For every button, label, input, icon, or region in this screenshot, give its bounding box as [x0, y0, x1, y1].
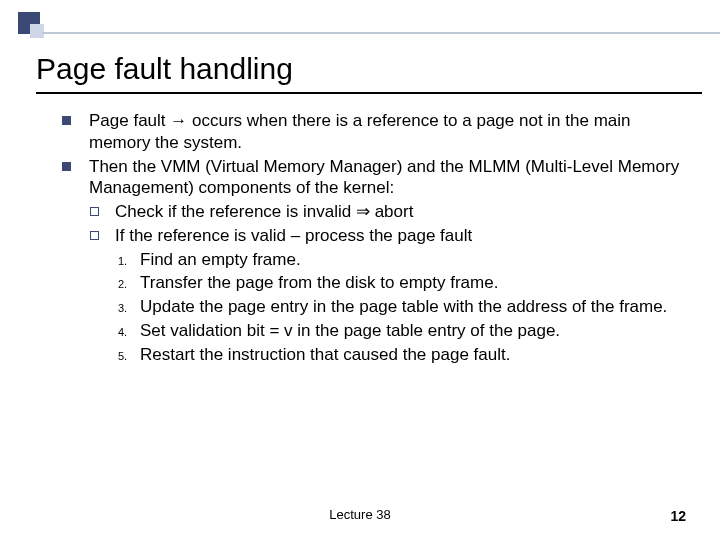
hollow-bullet-icon [90, 207, 99, 216]
step-4-text: Set validation bit = v in the page table… [140, 320, 560, 342]
step-3-num: 3. [118, 296, 140, 315]
footer-label: Lecture 38 [0, 507, 720, 522]
corner-accent [18, 12, 40, 34]
bullet-1-text: Page fault → occurs when there is a refe… [89, 110, 692, 154]
step-5-num: 5. [118, 344, 140, 363]
step-4-num: 4. [118, 320, 140, 339]
top-accent-line [42, 32, 720, 34]
bullet-2: Then the VMM (Virtual Memory Manager) an… [62, 156, 692, 200]
step-3-text: Update the page entry in the page table … [140, 296, 667, 318]
square-bullet-icon [62, 116, 71, 125]
step-2: 2. Transfer the page from the disk to em… [62, 272, 692, 294]
bullet-1: Page fault → occurs when there is a refe… [62, 110, 692, 154]
step-1-num: 1. [118, 249, 140, 268]
step-1: 1. Find an empty frame. [62, 249, 692, 271]
sub-bullet-2-text: If the reference is valid – process the … [115, 225, 472, 247]
title-underline [36, 92, 702, 94]
corner-accent-inner [30, 24, 44, 38]
step-5: 5. Restart the instruction that caused t… [62, 344, 692, 366]
sub-bullet-1: Check if the reference is invalid ⇒ abor… [62, 201, 692, 223]
hollow-bullet-icon [90, 231, 99, 240]
square-bullet-icon [62, 162, 71, 171]
step-5-text: Restart the instruction that caused the … [140, 344, 510, 366]
slide-body: Page fault → occurs when there is a refe… [62, 110, 692, 367]
bullet-2-text: Then the VMM (Virtual Memory Manager) an… [89, 156, 692, 200]
sub-bullet-2: If the reference is valid – process the … [62, 225, 692, 247]
step-2-text: Transfer the page from the disk to empty… [140, 272, 498, 294]
step-2-num: 2. [118, 272, 140, 291]
step-3: 3. Update the page entry in the page tab… [62, 296, 692, 318]
slide-number: 12 [670, 508, 686, 524]
slide-title: Page fault handling [36, 52, 293, 86]
sub-bullet-1-text: Check if the reference is invalid ⇒ abor… [115, 201, 413, 223]
step-4: 4. Set validation bit = v in the page ta… [62, 320, 692, 342]
step-1-text: Find an empty frame. [140, 249, 301, 271]
